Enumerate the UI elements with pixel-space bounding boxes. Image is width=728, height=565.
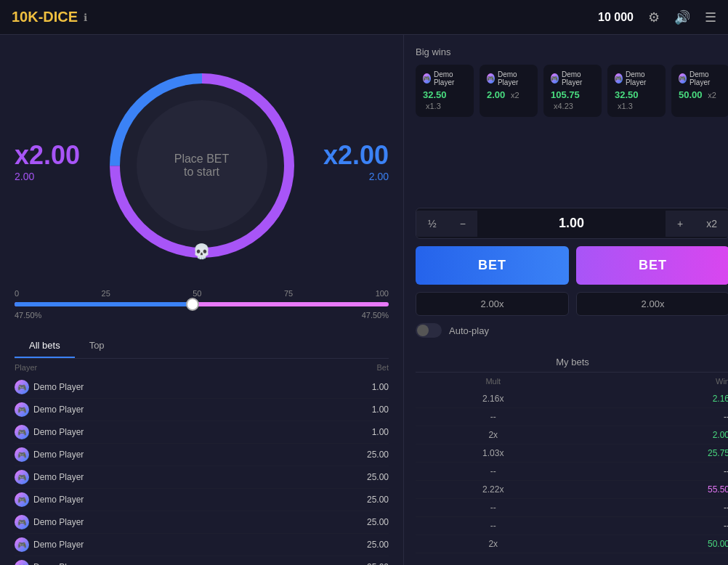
- big-win-card: 🎮 Demo Player 32.50 x1.3: [607, 65, 666, 117]
- bet-purple-button[interactable]: BET: [576, 246, 728, 285]
- right-mult-value: x2.00: [323, 140, 389, 171]
- my-bets-row: -- --: [416, 408, 728, 426]
- tab-top[interactable]: Top: [75, 334, 119, 358]
- big-win-amount: 32.50: [615, 89, 639, 100]
- big-win-mult: x1.3: [618, 102, 633, 110]
- multiplier-left: x2.00 2.00: [15, 140, 80, 182]
- bet-player: 🎮 Demo Player: [15, 466, 299, 489]
- header-right: 10 000 ⚙ 🔊 ☰: [598, 9, 716, 25]
- table-row: 🎮 Demo Player 25.00: [15, 444, 389, 466]
- autoplay-toggle[interactable]: [416, 323, 442, 338]
- player-avatar: 🎮: [15, 447, 29, 462]
- big-win-amount: 2.00: [487, 89, 505, 100]
- big-win-card: 🎮 Demo Player 105.75 x4.23: [543, 65, 602, 117]
- logo-suffix: -DICE: [39, 9, 78, 25]
- circle-center-text: Place BET to start: [174, 153, 230, 179]
- player-avatar: 🎮: [15, 380, 29, 394]
- table-row: 🎮 Demo Player 1.00: [15, 399, 389, 421]
- app-header: 10K-DICE ℹ 10 000 ⚙ 🔊 ☰: [0, 0, 728, 35]
- my-bet-win: --: [571, 463, 728, 481]
- sound-icon[interactable]: 🔊: [674, 9, 690, 25]
- slider-label-50: 50: [193, 289, 201, 298]
- bet-player: 🎮 Demo Player: [15, 511, 299, 534]
- my-bets-row: -- --: [416, 517, 728, 535]
- my-bet-mult: 2x: [416, 426, 571, 444]
- my-bet-mult: 2.16x: [416, 390, 571, 408]
- my-bets-row: 1.03x 25.75: [416, 444, 728, 463]
- my-bets-row: 2x 2.00: [416, 426, 728, 444]
- big-win-mult: x4.23: [554, 102, 573, 110]
- slider-track[interactable]: [15, 302, 389, 306]
- slider-labels: 0 25 50 75 100: [15, 289, 389, 298]
- my-bets-title: My bets: [416, 352, 728, 373]
- bet-buttons-row: BET BET: [416, 246, 728, 285]
- big-win-amount-row: 32.50 x1.3: [615, 89, 658, 111]
- big-win-card: 🎮 Demo Player 2.00 x2: [480, 65, 538, 117]
- bet-amount: 25.00: [299, 444, 389, 466]
- table-row: 🎮 Demo Player 25.00: [15, 534, 389, 556]
- left-panel: x2.00 2.00 Place BET: [0, 35, 403, 565]
- big-win-mult: x1.3: [426, 102, 441, 110]
- big-win-card: 🎮 Demo Player 32.50 x1.3: [416, 65, 474, 117]
- big-win-amount-row: 32.50 x1.3: [423, 89, 466, 111]
- mult-display-blue: 2.00x: [416, 292, 569, 316]
- my-bet-win: --: [571, 499, 728, 517]
- player-name: Demo Player: [33, 382, 84, 392]
- slider-section: 0 25 50 75 100 47.50% 47.50%: [15, 289, 389, 320]
- my-bet-win: 2.00: [571, 426, 728, 444]
- half-button[interactable]: ½: [416, 211, 448, 237]
- minus-button[interactable]: −: [448, 211, 477, 237]
- slider-pct-right: 47.50%: [362, 311, 389, 320]
- bet-player: 🎮 Demo Player: [15, 376, 299, 399]
- big-win-avatar: 🎮: [551, 73, 559, 84]
- slider-thumb[interactable]: [186, 298, 199, 311]
- plus-button[interactable]: +: [666, 211, 695, 237]
- my-bet-win: 55.50: [571, 481, 728, 499]
- autoplay-label: Auto-play: [449, 325, 489, 336]
- amount-row: ½ − 1.00 + x2: [416, 208, 728, 239]
- tools-icon[interactable]: ⚙: [648, 9, 660, 25]
- bet-amount: 25.00: [299, 534, 389, 556]
- bet-amount: 25.00: [299, 556, 389, 566]
- big-win-player-name: Demo Player: [689, 70, 722, 86]
- player-name: Demo Player: [33, 450, 84, 460]
- info-icon[interactable]: ℹ: [84, 12, 87, 23]
- my-bet-mult: 2.22x: [416, 481, 571, 499]
- bet-player: 🎮 Demo Player: [15, 489, 299, 511]
- circle-svg-container: Place BET to start 💀: [100, 64, 304, 267]
- big-win-avatar: 🎮: [423, 73, 431, 84]
- big-win-amount-row: 2.00 x2: [487, 89, 530, 100]
- bet-player: 🎮 Demo Player: [15, 556, 299, 566]
- table-row: 🎮 Demo Player 25.00: [15, 466, 389, 489]
- app-logo: 10K-DICE: [12, 9, 78, 25]
- table-row: 🎮 Demo Player 25.00: [15, 556, 389, 566]
- menu-icon[interactable]: ☰: [705, 9, 716, 25]
- circle-area: x2.00 2.00 Place BET: [15, 64, 389, 267]
- col-bet: Bet: [299, 359, 389, 376]
- slider-label-100: 100: [376, 289, 389, 298]
- bet-amount: 1.00: [299, 376, 389, 399]
- big-win-player: 🎮 Demo Player: [487, 70, 530, 86]
- bet-player: 🎮 Demo Player: [15, 444, 299, 466]
- bet-blue-button[interactable]: BET: [416, 246, 569, 285]
- my-bet-win: 50.00: [571, 535, 728, 553]
- big-win-player: 🎮 Demo Player: [615, 70, 658, 86]
- bet-controls: ½ − 1.00 + x2 BET BET 2.00x 2.00x: [416, 208, 728, 553]
- multiplier-right: x2.00 2.00: [323, 140, 389, 182]
- my-bet-win: 25.75: [571, 444, 728, 463]
- big-win-player-name: Demo Player: [626, 70, 658, 86]
- table-row: 🎮 Demo Player 25.00: [15, 511, 389, 534]
- big-win-amount: 50.00: [679, 89, 703, 100]
- double-button[interactable]: x2: [695, 211, 728, 237]
- place-bet-line1: Place BET: [174, 153, 230, 166]
- player-avatar: 🎮: [15, 470, 29, 484]
- my-bet-win: 2.16: [571, 390, 728, 408]
- bets-table: Player Bet 🎮 Demo Player 1.00 🎮 Demo Pla…: [15, 359, 389, 565]
- player-name: Demo Player: [33, 495, 84, 505]
- tab-all-bets[interactable]: All bets: [15, 334, 75, 358]
- slider-pct-left: 47.50%: [15, 311, 41, 320]
- my-bets-row: 2.22x 55.50: [416, 481, 728, 499]
- logo-highlight: 10K: [12, 9, 39, 25]
- big-win-amount-row: 105.75 x4.23: [551, 89, 594, 111]
- big-win-player: 🎮 Demo Player: [551, 70, 594, 86]
